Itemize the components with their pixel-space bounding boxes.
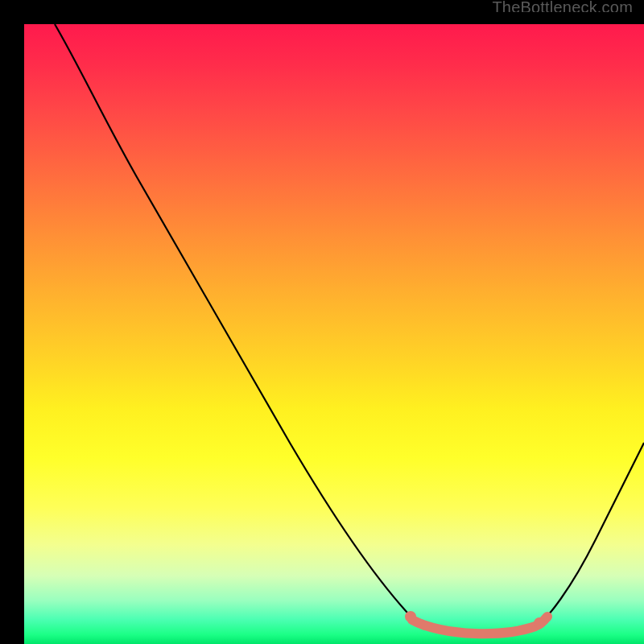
curve-right-branch — [533, 443, 644, 630]
optimal-range-band — [412, 618, 546, 634]
optimal-range-marker — [543, 612, 552, 621]
bottleneck-curve — [24, 24, 644, 644]
optimal-range-marker — [420, 621, 430, 630]
optimal-range-marker — [405, 611, 416, 622]
chart-frame — [12, 12, 632, 632]
curve-left-branch — [55, 24, 435, 630]
plot-area — [24, 24, 644, 644]
